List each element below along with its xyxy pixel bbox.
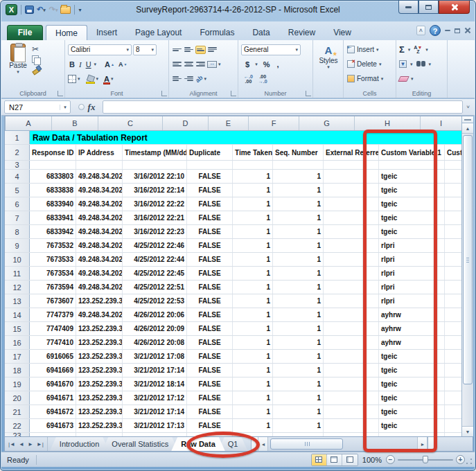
sort-filter-icon[interactable]: A▼Z [414, 46, 422, 54]
cell[interactable]: 3/21/2012 17:13 [123, 419, 187, 432]
cell[interactable] [445, 170, 461, 183]
clipboard-dialog-launcher[interactable] [58, 91, 63, 96]
column-header-C[interactable]: C [98, 116, 163, 130]
styles-button[interactable]: Styles [319, 57, 337, 64]
workbook-close-icon[interactable] [464, 28, 470, 33]
cell[interactable]: 1 [273, 391, 324, 405]
page-break-view-button[interactable] [342, 454, 358, 465]
cell[interactable]: 1 [233, 197, 273, 211]
cell[interactable] [445, 391, 461, 405]
column-header-G[interactable]: G [299, 116, 355, 130]
cell[interactable] [445, 281, 461, 294]
cell[interactable] [445, 433, 461, 436]
paste-button[interactable]: Paste ▾ [4, 42, 32, 88]
cell[interactable]: 4/25/2012 22:51 [123, 281, 187, 294]
cell[interactable]: 1 [273, 211, 324, 224]
cell[interactable]: FALSE [187, 294, 233, 308]
tab-formulas[interactable]: Formulas [191, 25, 243, 40]
cell[interactable]: FALSE [187, 322, 233, 335]
percent-button[interactable]: % [262, 60, 272, 69]
cell[interactable]: 49.248.34.202 [76, 225, 123, 238]
cell[interactable]: 6833941 [30, 211, 76, 224]
column-header-F[interactable]: F [249, 116, 299, 130]
name-box-dropdown-icon[interactable]: ▾ [60, 105, 70, 110]
cut-icon[interactable]: ✂ [32, 44, 40, 54]
last-sheet-icon[interactable]: ►| [35, 441, 45, 447]
cell[interactable]: 1 [273, 336, 324, 349]
delete-cells-button[interactable]: Delete▾ [347, 57, 394, 71]
cell[interactable]: 4/25/2012 22:45 [123, 267, 187, 280]
cell[interactable]: 1 [273, 294, 324, 308]
column-header-E[interactable]: E [209, 116, 249, 130]
bold-button[interactable]: B [68, 60, 76, 69]
cell[interactable]: 1 [273, 322, 324, 335]
row-header[interactable]: 23 [5, 433, 30, 436]
cell[interactable]: 3/21/2012 17:14 [123, 364, 187, 377]
formula-input[interactable] [103, 100, 463, 114]
vertical-scrollbar[interactable]: ▲ ▼ [461, 116, 473, 436]
column-header-I[interactable]: I [421, 116, 461, 130]
row-header[interactable]: 18 [5, 364, 30, 377]
cell[interactable] [123, 161, 187, 169]
header-cell[interactable]: Time Taken ( [233, 145, 273, 160]
find-select-icon[interactable] [416, 61, 425, 67]
cell[interactable]: 1 [273, 281, 324, 294]
cell[interactable]: 7747379 [30, 308, 76, 321]
orientation-icon[interactable]: ab [194, 73, 204, 83]
font-size-select[interactable]: 8▾ [133, 44, 157, 55]
cell[interactable]: 49.248.34.202 [76, 267, 123, 280]
cell[interactable] [233, 161, 273, 169]
v-split-handle[interactable] [462, 116, 473, 123]
cell[interactable]: 4/26/2012 20:08 [123, 336, 187, 349]
fx-icon[interactable]: fx [88, 102, 96, 113]
increase-indent-icon[interactable] [184, 75, 194, 83]
cell[interactable] [445, 184, 461, 197]
header-cell[interactable]: Response ID [30, 145, 76, 160]
zoom-thumb[interactable] [423, 456, 428, 463]
prev-sheet-icon[interactable]: ◄ [17, 441, 26, 447]
cell[interactable]: 49.248.34.202 [76, 281, 123, 294]
align-top-icon[interactable] [172, 46, 182, 54]
row-header[interactable]: 5 [5, 184, 30, 197]
minimize-button[interactable] [398, 1, 418, 14]
tab-home[interactable]: Home [46, 25, 87, 40]
first-sheet-icon[interactable]: |◄ [7, 441, 17, 447]
cell[interactable]: 7673534 [30, 267, 76, 280]
cell[interactable]: 3/16/2012 22:22 [123, 197, 187, 211]
cell[interactable]: 49.248.34.202 [76, 197, 123, 211]
cell[interactable] [445, 322, 461, 335]
cell[interactable]: 6941671 [30, 391, 76, 405]
fill-color-icon[interactable] [86, 75, 95, 82]
cell[interactable]: 1 [273, 239, 324, 252]
font-dialog-launcher[interactable] [161, 91, 167, 96]
cell[interactable]: 6941673 [30, 419, 76, 432]
cell[interactable] [76, 433, 123, 436]
cell[interactable]: FALSE [187, 267, 233, 280]
cell[interactable]: 7673533 [30, 253, 76, 266]
align-left-icon[interactable] [172, 60, 182, 69]
cell[interactable]: 4/26/2012 20:09 [123, 322, 187, 335]
cell[interactable] [445, 161, 461, 169]
cell[interactable]: 4/25/2012 22:53 [123, 294, 187, 308]
cell[interactable]: 1 [233, 391, 273, 405]
cell[interactable] [445, 350, 461, 363]
cell[interactable]: 6833942 [30, 225, 76, 238]
h-scroll-thumb[interactable] [270, 438, 343, 450]
align-center-icon[interactable] [184, 60, 194, 69]
header-cell[interactable]: Timestamp (MM/dd [123, 145, 187, 160]
format-cells-button[interactable]: Format▾ [347, 71, 394, 86]
tab-insert[interactable]: Insert [87, 25, 126, 40]
cell[interactable]: 1 [233, 211, 273, 224]
cell[interactable]: FALSE [187, 419, 233, 432]
cell[interactable]: 7673594 [30, 281, 76, 294]
cell[interactable]: FALSE [187, 225, 233, 238]
help-icon[interactable]: ? [430, 25, 441, 36]
currency-button[interactable]: $ [244, 60, 251, 69]
cell[interactable]: FALSE [187, 197, 233, 211]
format-painter-icon[interactable] [32, 65, 40, 73]
cell[interactable]: 6833838 [30, 184, 76, 197]
tab-review[interactable]: Review [279, 25, 324, 40]
cell[interactable] [30, 161, 76, 169]
cell[interactable]: 1 [233, 419, 273, 432]
cell[interactable] [445, 239, 461, 252]
